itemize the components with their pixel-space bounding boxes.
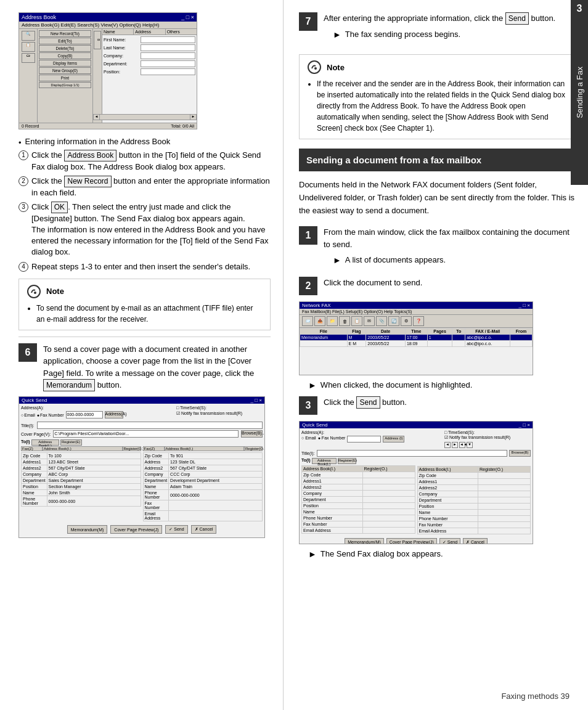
qs-title: Quick Send [22,398,47,403]
qs-title-row: Title(I): [21,422,263,429]
step-1-arrow: ► A list of documents appears. [333,254,576,267]
sf-cover-preview-btn[interactable]: Cover Page Preview(J) [386,538,437,544]
ab-step-4: 4 Repeat steps 1-3 to enter and then ins… [18,261,271,272]
address-book-btn-ref: Address Book [64,150,116,161]
mailbox-intro: Documents held in the Network FAX docume… [299,179,576,217]
sf-titlebar: Quick Send _ □ × [300,422,533,428]
nfax-btn-4[interactable]: 🗑 [339,316,350,326]
step-3-row: 3 Click the Send button. [299,396,576,415]
step-1-result: A list of documents appears. [345,254,446,266]
qs-titlebar: Quick Send _ □ × [19,397,264,404]
step-1-content: From the main window, click the fax mail… [324,226,576,271]
nfax-btn-9[interactable]: ⚙ [401,316,412,326]
ab-statusbar: 0 Record Total: 0/0 All [19,123,197,129]
nfax-btn-6[interactable]: ✉ [364,316,375,326]
send-btn-ref-7: Send [505,12,529,25]
ab-controls: _ □ × [181,14,194,20]
nfax-btn-1[interactable]: 📨 [302,316,313,326]
new-record-btn-ref: New Record [64,176,111,187]
svg-point-3 [314,67,317,70]
step-7-result: The fax sending process begins. [345,28,460,41]
step-1-box: 1 [299,226,317,245]
page-footer: Faxing methods 39 [501,692,570,701]
qs-controls: _ □ × [251,398,262,403]
nfax-controls: _ □ × [519,303,530,308]
qs-send-btn[interactable]: ✓ Send [165,525,187,534]
nfax-btn-2[interactable]: 📤 [314,316,325,326]
step-2-arrow: ► When clicked, the document is highligh… [308,380,576,390]
sf-send-btn[interactable]: ✓ Send [439,538,460,544]
section-heading-mailbox: Sending a document from a fax mailbox [299,149,576,171]
step6-row: 6 To send a cover page with a document c… [18,343,271,392]
note-icon-2 [307,60,322,75]
svg-point-2 [308,61,321,73]
nfax-btn-10[interactable]: ❓ [413,316,424,326]
bullet-section: • Entering information in the Address Bo… [18,137,271,272]
ok-btn-ref: OK [51,202,68,213]
note-label-2: Note [327,63,345,72]
entering-info-title: • Entering information in the Address Bo… [18,137,271,147]
side-tab: 3 Sending a Fax [571,0,588,185]
step-7-arrow: ► The fax sending process begins. [333,28,576,41]
step-7-box: 7 [299,12,317,31]
qs-memorandum-btn[interactable]: Memorandum(M) [67,525,108,534]
sf-cancel-btn[interactable]: ✗ Cancel [463,538,488,544]
step-1-num: 1 [306,230,311,241]
network-fax-screenshot: Network FAX _ □ × Fax Mailbox(B) File(L)… [299,301,533,375]
sf-controls: _ □ × [519,422,530,428]
step-3-num: 3 [306,400,311,411]
send-fax-screenshot: Quick Send _ □ × Address(A): ○ Email ● F… [299,421,533,544]
step-3-content: Click the Send button. [324,396,576,409]
sf-to-table: Address Book(I.)Register(O.) Zip Code Ad… [301,465,415,534]
nfax-row-1[interactable]: Memorandum M 2003/05/22 17:00 1 abc@ipo.… [300,335,533,341]
step-2-box: 2 [299,277,317,295]
step-2-row: 2 Click the document to send. [299,277,576,295]
footer-text: Faxing methods 39 [501,692,570,701]
qs-cover-preview-btn[interactable]: Cover Page Preview(J) [110,525,162,534]
side-tab-number: 3 [571,0,588,17]
step-3-box: 3 [299,396,317,415]
ab-title: Address Book [22,14,56,20]
divider-1 [18,337,271,337]
step-2-content: Click the document to send. [324,277,576,289]
nfax-row-2[interactable]: E M 2003/05/22 18:09 abc@ipo.c.o. [300,341,533,347]
nfax-table: File Flag Date Time Pages To FAX / E-Mai… [300,328,533,347]
svg-point-1 [34,292,36,294]
nfax-menubar: Fax Mailbox(B) File(L) Setup(E) Option(O… [300,309,533,315]
step-3-arrow: ► The Send Fax dialog box appears. [308,549,576,559]
qs-address-row: Address(A): [21,406,164,410]
ab-step-1: 1 Click the Address Book button in the [… [18,150,271,173]
sf-title: Quick Send [302,422,327,428]
svg-point-0 [28,285,40,298]
ab-total: Total: 0/0 All [171,124,194,128]
nfax-titlebar: Network FAX _ □ × [300,302,533,309]
ab-step-3: 3 Click OK. Then select the entry just m… [18,202,271,258]
right-column: 7 After entering the appropriate informa… [284,0,588,710]
step-1-row: 1 From the main window, click the fax ma… [299,226,576,271]
note-content-1: To send the document by e-mail as an att… [27,303,263,325]
nfax-btn-3[interactable]: 📁 [327,316,338,326]
step-7-content: After entering the appropriate informati… [324,12,576,45]
ab-titlebar: Address Book _ □ × [19,13,197,22]
nfax-btn-7[interactable]: 📎 [376,316,387,326]
step-2-result: When clicked, the document is highlighte… [321,380,472,390]
ab-menubar: Address Book(G) Edit(E) Search(S) View(V… [19,22,197,29]
sf-from-table: Address Book(I.)Register(O.) Zip Code Ad… [417,466,531,534]
nfax-btn-5[interactable]: 📋 [351,316,362,326]
nfax-btn-8[interactable]: 🔄 [388,316,399,326]
qs-from-table: Zip CodeTo 901 Address123 State DL Addre… [143,452,263,521]
step-7-row: 7 After entering the appropriate informa… [299,12,576,45]
step-6-content: To send a cover page with a document cre… [43,343,271,392]
qs-content: Address(A): ○Email ●Fax Number 000-000-0… [19,404,264,536]
qs-fax-input[interactable]: 000-000-0000 [66,411,103,418]
quick-send-screenshot: Quick Send _ □ × Address(A): ○Email ●Fax… [18,396,265,538]
qs-cancel-btn[interactable]: ✗ Cancel [191,525,217,534]
nfax-header-row: File Flag Date Time Pages To FAX / E-Mai… [300,328,533,335]
step-6-box: 6 [18,343,37,362]
note-content-2: If the receiver and the sender are in th… [307,78,568,134]
entering-info-text: Entering information in the Address Book [25,137,171,146]
qs-title-input[interactable] [37,422,263,429]
left-column: Address Book _ □ × Address Book(G) Edit(… [0,0,284,710]
sf-memorandum-btn[interactable]: Memorandum(M) [345,538,384,544]
side-tab-label: Sending a Fax [575,67,584,118]
